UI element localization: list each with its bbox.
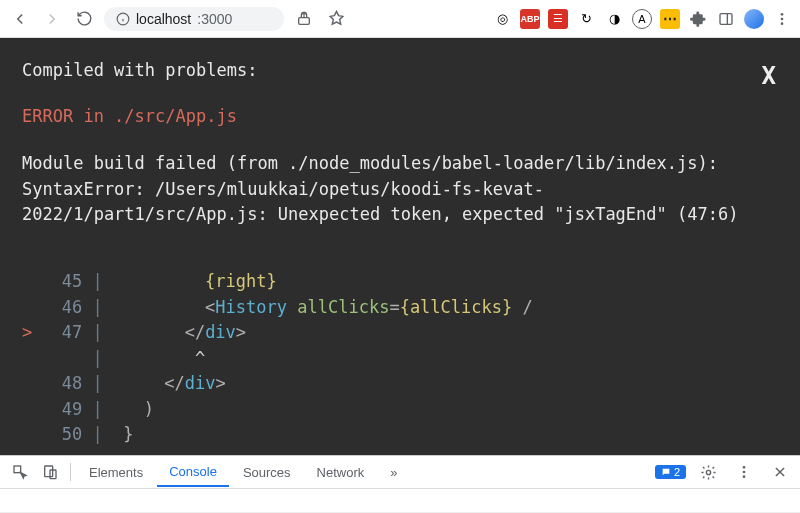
bookmark-icon[interactable] bbox=[324, 7, 348, 31]
error-caret: ^ bbox=[195, 348, 205, 368]
overlay-error-message: Module build failed (from ./node_modules… bbox=[22, 151, 778, 228]
svg-point-15 bbox=[743, 476, 746, 479]
svg-rect-4 bbox=[720, 13, 732, 24]
devtools-close-icon[interactable] bbox=[766, 458, 794, 486]
line-number: 50 bbox=[48, 422, 82, 448]
page-viewport: 0 left right 1 button pressed: R X Compi… bbox=[0, 38, 800, 455]
line-number: 45 bbox=[48, 269, 82, 295]
reload-button[interactable] bbox=[72, 7, 96, 31]
tab-elements[interactable]: Elements bbox=[77, 459, 155, 486]
extension-icon-5[interactable]: A bbox=[632, 9, 652, 29]
issues-count: 2 bbox=[674, 466, 680, 478]
chat-icon bbox=[661, 467, 671, 477]
issues-badge[interactable]: 2 bbox=[655, 465, 686, 479]
extension-icon-3[interactable]: ↻ bbox=[576, 9, 596, 29]
extension-icon-6[interactable]: ⋯ bbox=[660, 9, 680, 29]
overlay-title: Compiled with problems: bbox=[22, 58, 778, 84]
devtools-settings-icon[interactable] bbox=[694, 458, 722, 486]
share-icon[interactable] bbox=[292, 7, 316, 31]
browser-toolbar: localhost:3000 ◎ ABP ☰ ↻ ◑ A ⋯ bbox=[0, 0, 800, 38]
line-number: 47 bbox=[48, 320, 82, 346]
extension-icon-2[interactable]: ☰ bbox=[548, 9, 568, 29]
svg-point-8 bbox=[781, 22, 784, 25]
profile-avatar[interactable] bbox=[744, 9, 764, 29]
extensions-puzzle-icon[interactable] bbox=[688, 9, 708, 29]
svg-point-13 bbox=[743, 466, 746, 469]
devtools-tabs: Elements Console Sources Network » 2 bbox=[0, 456, 800, 489]
overlay-error-header: ERROR in ./src/App.js bbox=[22, 104, 778, 130]
code-frame: 45 | {right} 46 | <History allClicks={al… bbox=[22, 244, 778, 448]
code-text: {right} bbox=[205, 271, 277, 291]
devtools-panel: Elements Console Sources Network » 2 bbox=[0, 455, 800, 513]
code-tag: div bbox=[185, 373, 216, 393]
code-attr: allClicks bbox=[297, 297, 389, 317]
extension-icon-4[interactable]: ◑ bbox=[604, 9, 624, 29]
side-panel-icon[interactable] bbox=[716, 9, 736, 29]
svg-point-7 bbox=[781, 17, 784, 20]
line-number: 49 bbox=[48, 397, 82, 423]
tab-sources[interactable]: Sources bbox=[231, 459, 303, 486]
svg-rect-10 bbox=[45, 466, 53, 477]
adblock-icon[interactable]: ABP bbox=[520, 9, 540, 29]
overlay-close-button[interactable]: X bbox=[762, 58, 776, 94]
divider bbox=[70, 463, 71, 481]
url-host: localhost bbox=[136, 11, 191, 27]
line-number: 48 bbox=[48, 371, 82, 397]
code-tag: div bbox=[205, 322, 236, 342]
device-toggle-icon[interactable] bbox=[36, 458, 64, 486]
svg-point-12 bbox=[706, 470, 710, 474]
svg-point-14 bbox=[743, 471, 746, 474]
address-bar[interactable]: localhost:3000 bbox=[104, 7, 284, 31]
site-info-icon bbox=[116, 12, 130, 26]
url-port: :3000 bbox=[197, 11, 232, 27]
extension-icon-1[interactable]: ◎ bbox=[492, 9, 512, 29]
inspect-icon[interactable] bbox=[6, 458, 34, 486]
error-marker: > bbox=[22, 320, 38, 346]
svg-point-6 bbox=[781, 13, 784, 16]
tab-console[interactable]: Console bbox=[157, 458, 229, 487]
tab-network[interactable]: Network bbox=[305, 459, 377, 486]
console-subtoolbar bbox=[0, 489, 800, 513]
tabs-overflow[interactable]: » bbox=[378, 459, 409, 486]
forward-button[interactable] bbox=[40, 7, 64, 31]
back-button[interactable] bbox=[8, 7, 32, 31]
code-val: {allClicks} bbox=[400, 297, 513, 317]
code-tag: History bbox=[215, 297, 287, 317]
chrome-menu-icon[interactable] bbox=[772, 9, 792, 29]
code-punct: ) bbox=[144, 399, 154, 419]
error-overlay: X Compiled with problems: ERROR in ./src… bbox=[0, 38, 800, 455]
devtools-menu-icon[interactable] bbox=[730, 458, 758, 486]
svg-rect-3 bbox=[299, 17, 310, 24]
line-number: 46 bbox=[48, 295, 82, 321]
code-punct: } bbox=[123, 424, 133, 444]
